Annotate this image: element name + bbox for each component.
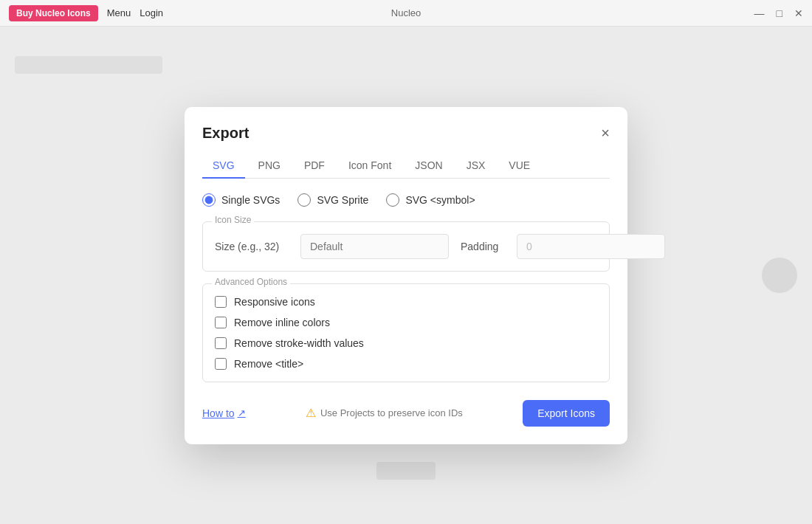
warning-text: Use Projects to preserve icon IDs — [320, 407, 463, 418]
tab-png[interactable]: PNG — [248, 154, 291, 179]
padding-label: Padding — [461, 241, 505, 252]
advanced-options-label: Advanced Options — [212, 277, 290, 287]
dialog-header: Export × — [202, 125, 610, 142]
titlebar: Buy Nucleo Icons Menu Login Nucleo — □ ✕ — [0, 0, 812, 27]
size-row: Size (e.g., 32) Padding — [215, 234, 597, 259]
tab-icon-font[interactable]: Icon Font — [338, 154, 402, 179]
checkbox-remove-title[interactable]: Remove <title> — [215, 358, 597, 370]
checkbox-remove-title-input[interactable] — [215, 358, 227, 370]
app-title: Nucleo — [391, 7, 421, 18]
checkbox-stroke-width-label: Remove stroke-width values — [234, 337, 364, 349]
dialog-close-button[interactable]: × — [601, 125, 610, 140]
dialog-footer: How to ↗ ⚠ Use Projects to preserve icon… — [202, 400, 610, 427]
radio-svg-symbol-label: SVG <symbol> — [405, 194, 475, 206]
dialog-overlay: Export × SVG PNG PDF Icon Font JSON JSX … — [0, 27, 812, 524]
radio-single-svgs[interactable]: Single SVGs — [202, 193, 280, 207]
export-dialog: Export × SVG PNG PDF Icon Font JSON JSX … — [185, 107, 627, 444]
svg-type-radio-group: Single SVGs SVG Sprite SVG <symbol> — [202, 193, 610, 207]
tab-json[interactable]: JSON — [405, 154, 453, 179]
checkbox-responsive-label: Responsive icons — [234, 296, 315, 308]
export-icons-button[interactable]: Export Icons — [523, 400, 610, 427]
export-tabs: SVG PNG PDF Icon Font JSON JSX VUE — [202, 154, 610, 179]
minimize-button[interactable]: — — [754, 8, 765, 18]
size-field-label: Size (e.g., 32) — [215, 241, 289, 252]
buy-nucleo-button[interactable]: Buy Nucleo Icons — [9, 5, 98, 21]
radio-svg-sprite-label: SVG Sprite — [317, 194, 368, 206]
radio-svg-sprite-input[interactable] — [297, 193, 311, 207]
size-input[interactable] — [300, 234, 449, 259]
checkbox-inline-colors[interactable]: Remove inline colors — [215, 317, 597, 328]
how-to-link[interactable]: How to ↗ — [202, 407, 246, 419]
login-item[interactable]: Login — [140, 7, 163, 18]
warning-icon: ⚠ — [306, 406, 316, 420]
tab-pdf[interactable]: PDF — [294, 154, 335, 179]
tab-vue[interactable]: VUE — [498, 154, 540, 179]
checkbox-stroke-width[interactable]: Remove stroke-width values — [215, 337, 597, 349]
checkbox-inline-colors-label: Remove inline colors — [234, 317, 330, 328]
window-controls: — □ ✕ — [754, 8, 803, 18]
advanced-options-section: Advanced Options Responsive icons Remove… — [202, 283, 610, 382]
radio-single-svgs-input[interactable] — [202, 193, 216, 207]
radio-single-svgs-label: Single SVGs — [221, 194, 280, 206]
icon-size-section-label: Icon Size — [212, 215, 254, 225]
tab-svg[interactable]: SVG — [202, 154, 245, 179]
checkbox-inline-colors-input[interactable] — [215, 317, 227, 328]
checkbox-remove-title-label: Remove <title> — [234, 358, 303, 370]
icon-size-section: Icon Size Size (e.g., 32) Padding — [202, 221, 610, 272]
tab-jsx[interactable]: JSX — [456, 154, 496, 179]
how-to-text: How to — [202, 407, 235, 419]
checkbox-responsive[interactable]: Responsive icons — [215, 296, 597, 308]
checkbox-responsive-input[interactable] — [215, 296, 227, 308]
warning-message: ⚠ Use Projects to preserve icon IDs — [306, 406, 463, 420]
main-area: Export × SVG PNG PDF Icon Font JSON JSX … — [0, 27, 812, 524]
menu-item[interactable]: Menu — [107, 7, 131, 18]
radio-svg-sprite[interactable]: SVG Sprite — [297, 193, 368, 207]
padding-input[interactable] — [517, 234, 665, 259]
how-to-arrow-icon: ↗ — [238, 407, 246, 418]
close-window-button[interactable]: ✕ — [794, 8, 803, 18]
maximize-button[interactable]: □ — [777, 8, 782, 18]
dialog-title: Export — [202, 125, 249, 142]
checkbox-stroke-width-input[interactable] — [215, 337, 227, 349]
radio-svg-symbol[interactable]: SVG <symbol> — [386, 193, 475, 207]
radio-svg-symbol-input[interactable] — [386, 193, 399, 207]
